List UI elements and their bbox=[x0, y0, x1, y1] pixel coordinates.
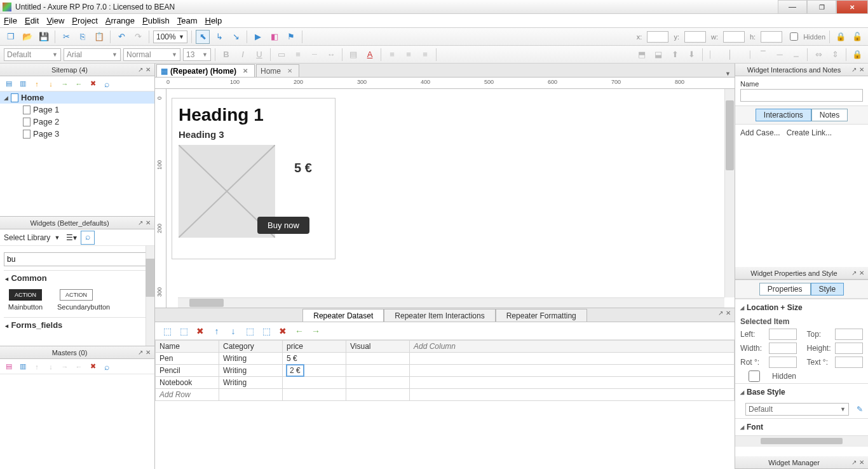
col-visual[interactable]: Visual bbox=[346, 341, 410, 353]
heading-3[interactable]: Heading 3 bbox=[179, 129, 329, 140]
lock2-icon[interactable]: 🔒 bbox=[850, 48, 864, 62]
menu-arrange[interactable]: Arrange bbox=[105, 16, 135, 25]
price-label[interactable]: 5 € bbox=[294, 161, 312, 175]
tab-home[interactable]: Home ✕ bbox=[256, 64, 299, 77]
close-icon[interactable]: ✕ bbox=[287, 67, 292, 74]
y-input[interactable] bbox=[684, 31, 706, 43]
align-center-icon[interactable]: ≡ bbox=[402, 48, 416, 62]
tab-interactions[interactable]: Interactions bbox=[756, 109, 811, 121]
close-panel-icon[interactable]: ✕ bbox=[146, 349, 151, 356]
close-panel-icon[interactable]: ✕ bbox=[859, 269, 864, 276]
open-icon[interactable]: 📂 bbox=[20, 30, 34, 44]
textcolor-icon[interactable]: A bbox=[363, 48, 377, 62]
fill-icon[interactable]: ▤ bbox=[346, 48, 360, 62]
border-icon[interactable]: ▭ bbox=[275, 48, 288, 62]
section-location-size[interactable]: Location + Size bbox=[735, 299, 868, 316]
maximize-button[interactable] bbox=[807, 0, 836, 14]
move-down-icon[interactable]: ↓ bbox=[227, 325, 239, 337]
save-icon[interactable]: 💾 bbox=[37, 30, 51, 44]
arrow-icon[interactable]: ↔ bbox=[324, 48, 338, 62]
popout-icon[interactable]: ↗ bbox=[851, 269, 857, 276]
close-panel-icon[interactable]: ✕ bbox=[146, 66, 151, 73]
search-icon[interactable]: ⌕ bbox=[102, 79, 112, 89]
tab-style[interactable]: Style bbox=[811, 283, 844, 296]
rot-input[interactable] bbox=[769, 357, 797, 368]
section-base-style[interactable]: Base Style bbox=[735, 383, 868, 400]
tab-interactions[interactable]: Repeater Item Interactions bbox=[384, 309, 495, 322]
menu-help[interactable]: Help bbox=[205, 16, 222, 25]
point-icon[interactable]: ↘ bbox=[229, 30, 243, 44]
popout-icon[interactable]: ↗ bbox=[138, 66, 143, 73]
section-font[interactable]: Font bbox=[735, 418, 868, 435]
menu-view[interactable]: View bbox=[46, 16, 64, 25]
group-icon[interactable]: ⬒ bbox=[635, 48, 649, 62]
up-icon[interactable]: ↑ bbox=[32, 79, 42, 89]
height-input[interactable] bbox=[835, 343, 863, 354]
sitemap-item-page3[interactable]: Page 3 bbox=[0, 128, 154, 140]
create-link-link[interactable]: Create Link... bbox=[787, 128, 832, 137]
tab-dataset[interactable]: Repeater Dataset bbox=[302, 309, 384, 322]
col-price[interactable]: price bbox=[283, 341, 346, 353]
fontsize-select[interactable]: 13▼ bbox=[183, 48, 211, 61]
connector-icon[interactable]: ↳ bbox=[212, 30, 226, 44]
tabs-menu-icon[interactable]: ▼ bbox=[721, 71, 735, 77]
sitemap-item-home[interactable]: ◢ Home bbox=[0, 92, 154, 104]
distV-icon[interactable]: ⇕ bbox=[828, 48, 842, 62]
move-left-icon[interactable]: ← bbox=[294, 325, 305, 337]
publish-icon[interactable]: ⚑ bbox=[284, 30, 298, 44]
bold-icon[interactable]: B bbox=[219, 48, 233, 62]
popout-icon[interactable]: ↗ bbox=[851, 66, 857, 73]
popout-icon[interactable]: ↗ bbox=[138, 219, 143, 226]
move-up-icon[interactable]: ↑ bbox=[211, 325, 222, 337]
widget-name-input[interactable] bbox=[740, 89, 863, 102]
tab-notes[interactable]: Notes bbox=[811, 109, 848, 121]
style-scrollbar[interactable] bbox=[735, 435, 868, 447]
insert-row-below-icon[interactable]: ⬚ bbox=[261, 325, 272, 337]
lock-icon[interactable]: 🔒 bbox=[834, 30, 848, 44]
linew-icon[interactable]: ≡ bbox=[291, 48, 305, 62]
col-name[interactable]: Name bbox=[156, 341, 219, 353]
lib-menu-icon[interactable]: ☰▾ bbox=[66, 233, 77, 242]
weight-select[interactable]: Normal▼ bbox=[123, 48, 180, 61]
add-case-link[interactable]: Add Case... bbox=[740, 128, 780, 137]
right-icon[interactable]: → bbox=[60, 79, 70, 89]
w-input[interactable] bbox=[723, 31, 745, 43]
tab-properties[interactable]: Properties bbox=[759, 283, 811, 296]
widgets-scrollbar[interactable] bbox=[146, 246, 154, 346]
close-panel-icon[interactable]: ✕ bbox=[859, 459, 864, 466]
menu-edit[interactable]: Edit bbox=[25, 16, 39, 25]
popout-icon[interactable]: ↗ bbox=[138, 349, 143, 356]
section-common[interactable]: Common bbox=[4, 270, 151, 285]
add-page-icon[interactable]: ▤ bbox=[4, 79, 14, 89]
alignR-icon[interactable]: ⎹ bbox=[740, 48, 754, 62]
dataset-grid[interactable]: Name Category price Visual Add Column Pe… bbox=[155, 340, 735, 469]
close-panel-icon[interactable]: ✕ bbox=[859, 66, 864, 73]
align-left-icon[interactable]: ≡ bbox=[385, 48, 399, 62]
new-icon[interactable]: ❐ bbox=[4, 30, 18, 44]
select-library[interactable]: Select Library bbox=[4, 233, 50, 242]
unlock-icon[interactable]: 🔓 bbox=[850, 30, 864, 44]
undo-icon[interactable]: ↶ bbox=[114, 30, 128, 44]
align-right-icon[interactable]: ≡ bbox=[418, 48, 432, 62]
add-folder-icon[interactable]: ▥ bbox=[18, 362, 28, 372]
left-icon[interactable]: ← bbox=[74, 79, 84, 89]
front-icon[interactable]: ⬆ bbox=[668, 48, 682, 62]
insert-row-above-icon[interactable]: ⬚ bbox=[244, 325, 255, 337]
italic-icon[interactable]: I bbox=[236, 48, 250, 62]
insert-col-right-icon[interactable]: ⬚ bbox=[178, 325, 189, 337]
add-master-icon[interactable]: ▤ bbox=[4, 362, 14, 372]
widget-mainbutton[interactable]: ACTION Mainbutton bbox=[6, 289, 44, 311]
linestyle-icon[interactable]: ┈ bbox=[308, 48, 322, 62]
delete-icon[interactable]: ✖ bbox=[88, 79, 98, 89]
sitemap-item-page1[interactable]: Page 1 bbox=[0, 104, 154, 116]
alignT-icon[interactable]: ⎺ bbox=[756, 48, 770, 62]
select-mode-icon[interactable]: ⬉ bbox=[196, 30, 210, 44]
sitemap-item-page2[interactable]: Page 2 bbox=[0, 116, 154, 128]
move-right-icon[interactable]: → bbox=[310, 325, 322, 337]
canvas-hscrollbar[interactable] bbox=[178, 297, 724, 308]
section-forms[interactable]: Forms_fields bbox=[4, 317, 151, 332]
back-icon[interactable]: ⬇ bbox=[684, 48, 698, 62]
col-category[interactable]: Category bbox=[219, 341, 283, 353]
search-icon[interactable]: ⌕ bbox=[81, 231, 95, 245]
font-select[interactable]: Arial▼ bbox=[64, 48, 121, 61]
